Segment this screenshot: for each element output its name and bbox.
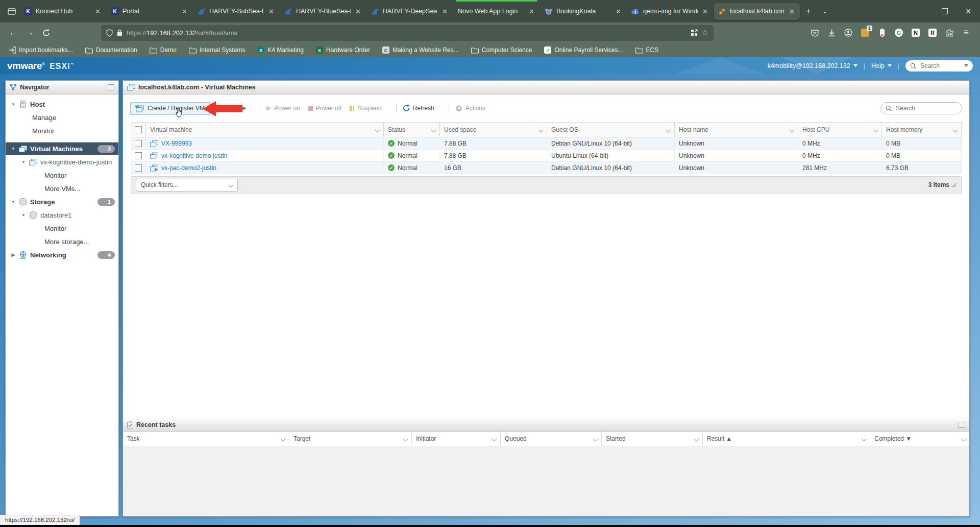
nav-item-networking[interactable]: ▶ Networking 4 [6,248,118,261]
column-queued[interactable]: Queued [501,432,602,446]
column-menu-icon[interactable] [694,436,699,441]
tab-konnect-hub[interactable]: K Konnect Hub ✕ [20,3,106,20]
nav-item-host[interactable]: ▼ Host [6,98,118,111]
column-host-name[interactable]: Host name [675,123,798,137]
notion-icon[interactable]: N [911,28,920,37]
tab-harvey-deepsea[interactable]: HARVEY-DeepSea-ES12 ✕ [367,3,453,20]
nav-item-host-manage[interactable]: Manage [6,111,118,124]
collapse-panel-icon[interactable] [959,422,965,428]
column-initiator[interactable]: Initiator [412,432,501,446]
downloads-icon[interactable] [827,28,836,37]
refresh-button[interactable]: Refresh [403,105,434,112]
bookmark-folder-demo[interactable]: Demo [150,46,177,54]
bookmark-online-payroll[interactable]: ✓Online Payroll Services... [544,46,623,54]
help-menu[interactable]: Help [871,62,892,69]
select-all-checkbox[interactable] [131,123,146,137]
bookmark-folder-internal-systems[interactable]: Internal Systems [189,46,245,54]
nav-item-storage[interactable]: ▼ Storage 1 [6,195,118,208]
column-guest-os[interactable]: Guest OS [547,123,675,137]
close-icon[interactable]: ✕ [354,8,362,15]
nav-item-more-vms[interactable]: More VMs... [6,182,118,195]
vm-search[interactable] [880,102,962,114]
close-icon[interactable]: ✕ [788,8,796,15]
caret-expanded-icon[interactable]: ▼ [21,160,26,164]
close-icon[interactable]: ✕ [181,8,188,15]
column-status[interactable]: Status [384,123,440,137]
tab-portal[interactable]: K Portal ✕ [107,3,192,20]
extension-pill-icon[interactable] [877,28,887,37]
reload-button[interactable] [38,25,54,40]
column-menu-icon[interactable] [431,127,436,132]
column-menu-icon[interactable] [593,436,598,441]
forward-button[interactable]: → [21,25,38,40]
maximize-button[interactable] [933,0,957,22]
tab-novo-login[interactable]: Novo Web App Login ✕ [454,3,540,20]
close-icon[interactable]: ✕ [94,8,102,15]
nav-item-datastore1[interactable]: ▼ datastore1 [6,208,118,222]
column-started[interactable]: Started [602,432,703,446]
column-menu-icon[interactable] [961,436,966,441]
nav-item-virtual-machines[interactable]: ▼ Virtual Machines 3 [6,142,118,155]
bookmark-folder-ecs[interactable]: ECS [635,46,659,54]
account-icon[interactable] [844,28,853,37]
column-menu-icon[interactable] [873,127,878,132]
quick-filters-dropdown[interactable]: Quick filters... [136,179,238,191]
vm-name-link[interactable]: vx-pac-demo2-justin [161,164,216,172]
tab-localhost-k4lab[interactable]: localhost.k4lab.com - V ✕ [714,3,800,20]
vm-name-link[interactable]: VX-999993 [161,140,192,147]
tab-harvey-subsea[interactable]: HARVEY-SubSea-ES147 ✕ [193,3,279,20]
close-icon[interactable]: ✕ [267,8,275,15]
column-menu-icon[interactable] [862,436,867,441]
tab-qemu-img[interactable]: qemu-img for Window ✕ [627,3,713,20]
global-search-input[interactable] [919,62,961,70]
new-tab-button[interactable]: + [800,3,817,19]
column-menu-icon[interactable] [403,436,408,441]
firefox-view-icon[interactable] [4,4,19,19]
column-result[interactable]: Result ▲ [703,432,870,446]
vm-search-input[interactable] [895,104,957,112]
column-menu-icon[interactable] [790,127,795,132]
column-completed[interactable]: Completed ▼ [870,432,969,446]
power-on-button[interactable]: Power on [266,105,300,112]
bookmark-folder-documentation[interactable]: Documentation [85,46,137,54]
nav-item-vm-monitor[interactable]: Monitor [6,169,118,182]
column-menu-icon[interactable] [492,436,497,441]
minimize-button[interactable]: – [910,0,933,22]
column-host-cpu[interactable]: Host CPU [798,123,882,137]
tab-list-dropdown[interactable]: ⌄ [817,3,833,19]
tab-bookingkoala[interactable]: BookingKoala ✕ [541,3,626,20]
close-icon[interactable]: ✕ [615,8,622,15]
nav-item-host-monitor[interactable]: Monitor [6,124,118,137]
global-search[interactable] [905,60,973,71]
table-row[interactable]: VX-999993 ✓Normal 7.88 GB Debian GNU/Lin… [131,137,962,150]
bookmark-making-website[interactable]: CMaking a Website Res... [382,46,459,54]
grammarly-icon[interactable]: G [894,28,903,37]
menu-icon[interactable]: ≡ [962,28,971,37]
chevron-down-icon[interactable] [964,64,968,67]
url-bar[interactable]: https://192.168.202.132/ui/#/host/vms ☆ [101,25,714,41]
caret-expanded-icon[interactable]: ▼ [11,147,16,151]
collapse-panel-icon[interactable] [108,84,114,90]
user-menu[interactable]: k4mobility@192.168.202.132 [768,62,857,69]
page-actions-grid-icon[interactable] [691,29,698,36]
caret-expanded-icon[interactable]: ▼ [11,102,16,107]
create-register-vm-button[interactable]: Create / Register VM [130,102,210,115]
back-button[interactable]: ← [5,25,21,40]
extension-amber-icon[interactable]: 1 [861,28,870,37]
column-menu-icon[interactable] [953,127,958,132]
table-row[interactable]: vx-pac-demo2-justin ✓Normal 16 GB Debian… [131,162,962,174]
column-menu-icon[interactable] [375,127,380,132]
lock-icon[interactable] [117,29,122,36]
close-icon[interactable]: ✕ [441,8,449,15]
pocket-icon[interactable] [810,28,819,37]
suspend-button[interactable]: Suspend [350,105,381,112]
table-row[interactable]: vx-kognitive-demo-justin ✓Normal 7.88 GB… [131,150,962,162]
nav-item-more-storage[interactable]: More storage... [6,235,118,248]
caret-expanded-icon[interactable]: ▼ [11,200,16,204]
bookmark-star-icon[interactable]: ☆ [702,28,708,37]
bookmark-hardware-order[interactable]: XHardware Order [316,46,370,54]
close-icon[interactable]: ✕ [701,8,709,15]
nav-item-storage-monitor[interactable]: Monitor [6,222,118,235]
row-checkbox[interactable] [131,137,146,149]
close-window-button[interactable]: ✕ [957,0,980,22]
